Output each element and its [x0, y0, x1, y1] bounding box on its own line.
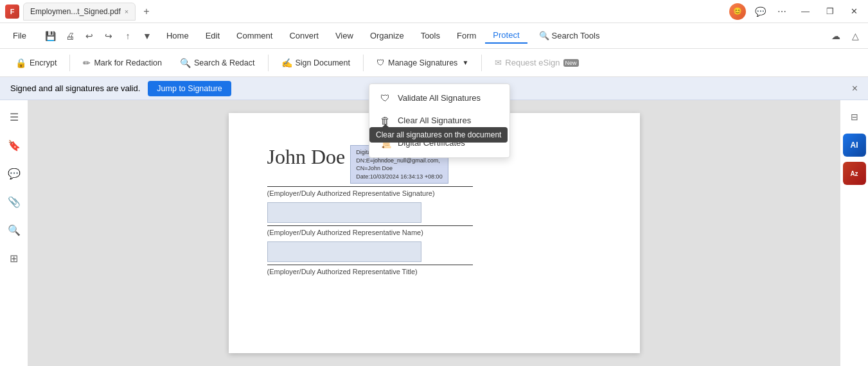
separator-4: [481, 55, 482, 71]
menu-edit[interactable]: Edit: [198, 28, 227, 43]
jump-to-signature-button[interactable]: Jump to Signature: [148, 81, 231, 96]
employer-title-field: [267, 241, 421, 262]
new-badge: New: [563, 59, 579, 67]
more-options-icon[interactable]: ⋯: [774, 4, 790, 19]
manage-signatures-button[interactable]: 🛡 Manage Signatures ▼: [369, 55, 476, 71]
profile-avatar[interactable]: 😊: [729, 3, 746, 20]
mark-redaction-button[interactable]: ✏ Mark for Redaction: [75, 55, 170, 71]
sidebar-icon-layers[interactable]: ⊞: [3, 247, 26, 270]
sign-icon: ✍: [281, 58, 292, 68]
employer-sig-label: (Employer/Duly Authorized Representative…: [267, 189, 601, 197]
titlebar-right: 😊 💬 ⋯ — ❐ ✕: [729, 3, 863, 20]
signature-name: John Doe: [267, 145, 346, 169]
notifications-icon[interactable]: 💬: [752, 4, 768, 19]
minimize-button[interactable]: —: [796, 5, 815, 17]
employer-name-line: [267, 225, 473, 226]
separator-1: [69, 55, 70, 71]
sidebar-icon-comments[interactable]: 💬: [3, 162, 26, 185]
manage-signatures-container: 🛡 Manage Signatures ▼ 🛡 Validate All Sig…: [369, 55, 476, 71]
clear-all-label: Clear All Signatures: [398, 116, 471, 125]
menu-view[interactable]: View: [328, 28, 361, 43]
esign-icon: ✉: [495, 58, 502, 67]
menu-convert[interactable]: Convert: [281, 28, 326, 43]
menu-protect[interactable]: Protect: [485, 28, 527, 44]
validate-all-signatures-item[interactable]: 🛡 Validate All Signatures: [369, 87, 509, 109]
az-assistant-icon[interactable]: Az: [843, 162, 866, 185]
separator-2: [268, 55, 269, 71]
protect-toolbar: 🔒 Encrypt ✏ Mark for Redaction 🔍 Search …: [0, 49, 868, 77]
titlebar-left: F Employmen...t_Signed.pdf × +: [5, 3, 154, 21]
employer-name-field: [267, 202, 421, 223]
menu-comment[interactable]: Comment: [229, 28, 280, 43]
mark-icon: ✏: [83, 58, 91, 68]
clear-all-signatures-item[interactable]: 🗑 Clear All Signatures Clear all signatu…: [369, 109, 509, 132]
share-icon[interactable]: ↑: [120, 28, 136, 44]
sidebar-icon-pages[interactable]: ☰: [3, 105, 26, 128]
chevron-down-icon: ▼: [462, 59, 468, 66]
left-sidebar: ☰ 🔖 💬 📎 🔍 ⊞: [0, 100, 28, 366]
new-tab-button[interactable]: +: [139, 4, 153, 19]
validate-all-label: Validate All Signatures: [398, 93, 481, 103]
separator-3: [363, 55, 364, 71]
request-esign-button[interactable]: ✉ Request eSign New: [487, 55, 586, 71]
signature-section: John Doe Digital Signer:John Doe DN:E=jo…: [267, 145, 601, 275]
close-button[interactable]: ✕: [846, 5, 863, 17]
ai-assistant-icon[interactable]: AI: [843, 134, 866, 157]
employer-name-label: (Employer/Duly Authorized Representative…: [267, 229, 601, 236]
tab-title: Employmen...t_Signed.pdf: [30, 7, 121, 16]
shield-check-icon: 🛡: [380, 92, 391, 103]
search-redact-button[interactable]: 🔍 Search & Redact: [172, 55, 263, 71]
upload-icon[interactable]: ☁: [828, 28, 844, 44]
toolbar-quick-icons: 💾 🖨 ↩ ↪ ↑ ▼: [43, 28, 155, 44]
upload-icons: ☁ △: [828, 28, 863, 44]
manage-signatures-dropdown: 🛡 Validate All Signatures 🗑 Clear All Si…: [369, 83, 510, 158]
signature-line: [267, 186, 473, 187]
titlebar: F Employmen...t_Signed.pdf × + 😊 💬 ⋯ — ❐…: [0, 0, 868, 23]
search-tools-button[interactable]: 🔍 Search Tools: [531, 28, 608, 43]
search-tools-label: Search Tools: [552, 31, 600, 40]
sidebar-icon-bookmarks[interactable]: 🔖: [3, 134, 26, 157]
menubar: File 💾 🖨 ↩ ↪ ↑ ▼ Home Edit Comment Conve…: [0, 23, 868, 49]
employer-title-line: [267, 265, 473, 265]
menu-tools[interactable]: Tools: [413, 28, 448, 43]
right-sidebar: ⊟ AI Az: [840, 100, 868, 366]
manage-sig-icon: 🛡: [376, 58, 385, 67]
employer-title-label: (Employer/Duly Authorized Representative…: [267, 268, 601, 275]
print-icon[interactable]: 🖨: [62, 28, 78, 44]
encrypt-button[interactable]: 🔒 Encrypt: [8, 55, 64, 71]
restore-button[interactable]: ❐: [821, 5, 839, 17]
notification-close-button[interactable]: ×: [852, 83, 858, 94]
app-icon: F: [5, 4, 19, 19]
search-redact-icon: 🔍: [180, 58, 191, 68]
clear-signatures-tooltip: Clear all signatures on the document: [369, 127, 508, 143]
menu-form[interactable]: Form: [449, 28, 484, 43]
active-tab[interactable]: Employmen...t_Signed.pdf ×: [23, 3, 136, 21]
lock-icon: 🔒: [15, 58, 26, 68]
menu-file[interactable]: File: [5, 28, 34, 43]
collapse-icon[interactable]: △: [847, 28, 863, 44]
close-tab-button[interactable]: ×: [125, 8, 128, 15]
sidebar-icon-attachments[interactable]: 📎: [3, 190, 26, 213]
save-icon[interactable]: 💾: [43, 28, 58, 44]
sidebar-filter-icon[interactable]: ⊟: [843, 105, 866, 128]
menu-home[interactable]: Home: [159, 28, 197, 43]
notification-text: Signed and all signatures are valid.: [10, 83, 140, 93]
sidebar-icon-search[interactable]: 🔍: [3, 218, 26, 241]
menu-organize[interactable]: Organize: [362, 28, 412, 43]
sign-document-button[interactable]: ✍ Sign Document: [274, 55, 358, 71]
more-tools-icon[interactable]: ▼: [139, 28, 155, 44]
redo-icon[interactable]: ↪: [101, 28, 116, 44]
undo-icon[interactable]: ↩: [82, 28, 97, 44]
